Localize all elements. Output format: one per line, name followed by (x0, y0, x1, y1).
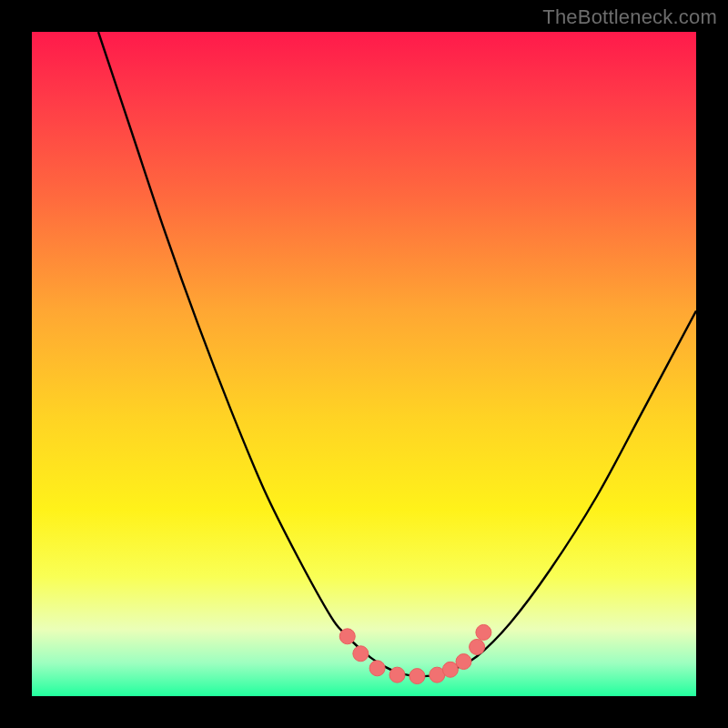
bottleneck-curve (98, 32, 696, 676)
trough-marker (470, 639, 485, 654)
trough-marker (442, 662, 458, 677)
chart-svg (32, 32, 696, 696)
watermark-text: TheBottleneck.com (542, 5, 717, 29)
chart-frame: TheBottleneck.com (0, 0, 728, 728)
trough-marker (369, 661, 385, 676)
trough-marker (456, 654, 471, 670)
trough-marker (410, 669, 425, 684)
trough-marker (389, 667, 405, 682)
trough-marker (476, 624, 491, 640)
trough-marker (353, 646, 369, 662)
trough-marker (339, 629, 355, 644)
trough-markers (339, 624, 491, 683)
chart-plot-area (32, 32, 696, 696)
